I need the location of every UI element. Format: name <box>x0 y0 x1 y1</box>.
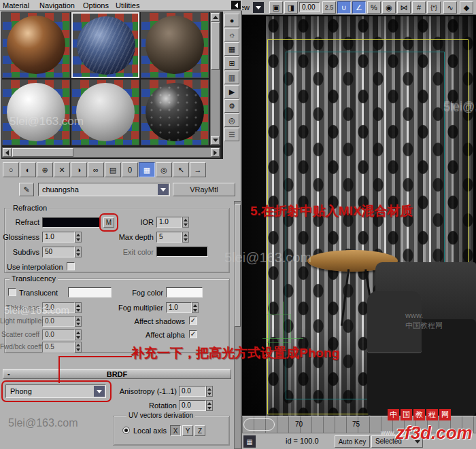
rotation-spinner[interactable] <box>206 400 213 411</box>
render-button[interactable]: ◆ <box>460 1 473 14</box>
light-multiplier-label: Light multiplier <box>0 317 39 325</box>
scroll-left-icon[interactable] <box>231 1 241 10</box>
make-unique-button[interactable]: ∞ <box>88 162 104 177</box>
scrollbar-thumb[interactable] <box>235 204 241 327</box>
affect-alpha-checkbox[interactable]: ✓ <box>189 330 197 338</box>
align-button[interactable]: # <box>412 1 426 14</box>
light-multiplier-spinner[interactable] <box>75 316 82 327</box>
scatter-coeff-field[interactable]: 0.0 <box>42 329 75 340</box>
fog-color-swatch[interactable] <box>166 287 203 298</box>
spinner-snap-button[interactable]: ◉ <box>382 1 396 14</box>
scroll-right-icon[interactable] <box>211 148 220 157</box>
video-color-check-button[interactable]: ▥ <box>224 71 239 84</box>
backlight-button[interactable]: ☼ <box>224 28 239 41</box>
snap-toggle-button[interactable]: ∪ <box>337 1 351 14</box>
show-end-result-button[interactable]: ◎ <box>156 162 172 177</box>
anisotropy-spinner[interactable] <box>206 386 213 397</box>
region-select-button[interactable]: ◨ <box>284 1 298 14</box>
translucent-color-swatch[interactable] <box>68 287 112 298</box>
affect-shadows-checkbox[interactable]: ✓ <box>189 317 197 325</box>
subdivs-field[interactable]: 50 <box>42 247 75 257</box>
put-to-library-button[interactable]: ▤ <box>105 162 121 177</box>
angle-snap-button[interactable]: ∠ <box>352 1 366 14</box>
menu-utilities[interactable]: Utilities <box>116 1 139 10</box>
subdivs-spinner[interactable] <box>75 247 82 257</box>
thickness-spinner[interactable] <box>75 302 82 313</box>
show-map-in-viewport-button[interactable]: ▦ <box>139 162 155 177</box>
sample-type-button[interactable]: ● <box>224 14 239 27</box>
get-material-button[interactable]: ○ <box>3 162 19 177</box>
percent-snap-button[interactable]: % <box>367 1 381 14</box>
make-material-copy-button[interactable]: ◑ <box>71 162 87 177</box>
light-multiplier-field[interactable]: 0.0 <box>42 316 75 327</box>
go-forward-sibling-button[interactable]: → <box>190 162 206 177</box>
glossiness-spinner[interactable] <box>75 232 82 243</box>
material-type-button[interactable]: VRayMtl <box>173 183 235 196</box>
sample-slot-5[interactable] <box>71 79 139 145</box>
sample-slot-1[interactable] <box>2 12 70 78</box>
translucent-checkbox[interactable] <box>8 288 16 296</box>
scroll-up-icon[interactable] <box>211 13 220 22</box>
curve-editor-button[interactable]: ∿ <box>443 1 457 14</box>
max-depth-spinner[interactable] <box>182 232 189 243</box>
reset-map-button[interactable]: ✕ <box>54 162 70 177</box>
mirror-button[interactable]: ⋈ <box>397 1 411 14</box>
scatter-coeff-spinner[interactable] <box>75 329 82 340</box>
refract-color-swatch[interactable] <box>42 217 101 228</box>
select-by-material-button[interactable]: ◎ <box>224 113 239 127</box>
slots-vertical-scrollbar[interactable] <box>210 12 220 145</box>
sample-slot-3[interactable] <box>141 12 209 78</box>
use-interpolation-checkbox[interactable] <box>67 262 75 270</box>
sample-slot-4[interactable] <box>2 79 70 145</box>
pick-material-icon[interactable]: ✎ <box>19 183 34 196</box>
assign-material-button[interactable]: ⊕ <box>37 162 53 177</box>
brdf-rollout-header[interactable]: - BRDF <box>3 369 231 379</box>
maximize-toggle-button[interactable]: ▣ <box>269 1 283 14</box>
offset-field[interactable]: 0.00 <box>299 2 320 12</box>
scrollbar-thumb[interactable] <box>12 148 73 157</box>
axis-z-button[interactable]: Z <box>194 425 205 436</box>
go-to-parent-button[interactable]: ↖ <box>173 162 189 177</box>
slots-horizontal-scrollbar[interactable] <box>2 147 220 158</box>
axis-y-button[interactable]: Y <box>182 425 193 436</box>
material-name-dropdown[interactable]: chuangsha <box>38 183 170 196</box>
maxscript-button[interactable]: {*} <box>427 1 441 14</box>
snap-25d-button[interactable]: 2.5 <box>322 1 336 14</box>
scroll-left-icon[interactable] <box>3 148 12 157</box>
glossiness-field[interactable]: 1.0 <box>42 232 75 243</box>
auto-key-button[interactable]: Auto Key <box>335 435 370 448</box>
menu-options[interactable]: Options <box>83 1 109 10</box>
exit-color-swatch[interactable] <box>156 247 208 257</box>
fwdbck-coeff-field[interactable]: 0.5 <box>42 342 75 353</box>
fwdbck-coeff-spinner[interactable] <box>75 342 82 353</box>
local-axis-radio[interactable] <box>122 427 130 434</box>
axis-x-button[interactable]: X <box>170 425 181 436</box>
fog-multiplier-spinner[interactable] <box>192 302 199 313</box>
max-depth-field[interactable]: 5 <box>156 232 182 243</box>
time-slider[interactable] <box>243 418 275 431</box>
refract-map-button[interactable]: M <box>103 217 114 228</box>
brdf-type-dropdown[interactable]: Phong <box>5 384 106 398</box>
background-button[interactable]: ▦ <box>224 42 239 56</box>
anisotropy-field[interactable]: 0.0 <box>179 386 206 397</box>
make-preview-button[interactable]: ▶ <box>224 85 239 98</box>
menu-navigation[interactable]: Navigation <box>39 1 75 10</box>
material-map-navigator-button[interactable]: ☰ <box>224 128 239 141</box>
ior-spinner[interactable] <box>182 217 189 228</box>
watermark: www. <box>405 311 423 319</box>
sample-slot-6[interactable] <box>141 79 209 145</box>
sample-uv-tiling-button[interactable]: ⊞ <box>224 56 239 70</box>
material-id-button[interactable]: 0 <box>122 162 138 177</box>
time-config-button[interactable]: ▦ <box>243 435 256 448</box>
sample-slot-2[interactable] <box>71 12 139 78</box>
rollout-scrollbar[interactable] <box>234 201 241 449</box>
options-button[interactable]: ⚙ <box>224 99 239 113</box>
fog-multiplier-field[interactable]: 1.0 <box>166 302 192 313</box>
view-dropdown-arrow-icon[interactable] <box>253 2 264 13</box>
put-material-to-scene-button[interactable]: ◐ <box>20 162 36 177</box>
ior-field[interactable]: 1.0 <box>156 217 182 228</box>
scrollbar-thumb[interactable] <box>211 22 220 70</box>
scroll-down-icon[interactable] <box>211 136 220 145</box>
menu-material[interactable]: Material <box>3 1 29 10</box>
rotation-field[interactable]: 0.0 <box>179 400 206 411</box>
